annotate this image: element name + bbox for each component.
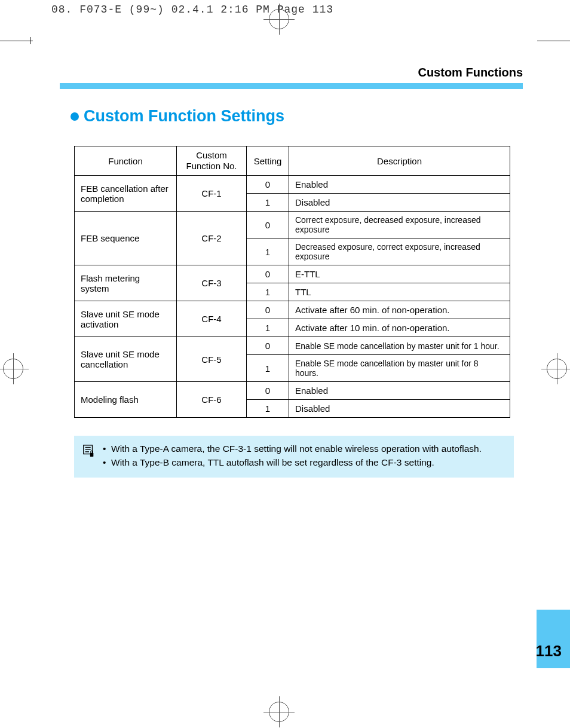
- table-cell-cfno: CF-5: [177, 337, 247, 382]
- note-item: With a Type-B camera, TTL autoflash will…: [103, 457, 503, 469]
- page-number: 113: [536, 642, 562, 660]
- crop-mark: [30, 37, 30, 44]
- note-item: With a Type-A camera, the CF-3-1 setting…: [103, 443, 503, 455]
- registration-mark-icon: [547, 359, 567, 379]
- registration-mark-icon: [269, 702, 289, 722]
- table-cell-cfno: CF-2: [177, 212, 247, 265]
- col-setting: Setting: [247, 146, 289, 176]
- table-cell-setting: 1: [247, 400, 289, 418]
- table-cell-setting: 0: [247, 382, 289, 400]
- table-cell-setting: 0: [247, 265, 289, 283]
- crop-mark: [537, 41, 570, 41]
- page-title: Custom Function Settings: [71, 107, 523, 126]
- table-cell-function: FEB cancellation after completion: [75, 176, 177, 212]
- table-cell-function: Modeling flash: [75, 382, 177, 418]
- table-cell-description: Correct exposure, decreased exposure, in…: [289, 212, 510, 238]
- prepress-header: 08. F073-E (99~) 02.4.1 2:16 PM Page 113: [51, 4, 333, 16]
- table-cell-description: Enable SE mode cancellation by master un…: [289, 337, 510, 355]
- table-cell-description: TTL: [289, 283, 510, 301]
- table-cell-function: FEB sequence: [75, 212, 177, 265]
- table-cell-cfno: CF-6: [177, 382, 247, 418]
- table-cell-setting: 1: [247, 238, 289, 265]
- registration-mark-icon: [3, 359, 23, 379]
- table-cell-description: Activate after 60 min. of non-operation.: [289, 301, 510, 319]
- table-cell-setting: 1: [247, 355, 289, 382]
- table-cell-function: Slave unit SE mode cancellation: [75, 337, 177, 382]
- note-icon: [82, 444, 97, 470]
- col-cfno: Custom Function No.: [177, 146, 247, 176]
- table-cell-setting: 1: [247, 319, 289, 337]
- page-content: Custom Functions Custom Function Setting…: [60, 66, 523, 478]
- table-cell-setting: 1: [247, 194, 289, 212]
- table-cell-description: Enabled: [289, 176, 510, 194]
- table-cell-cfno: CF-3: [177, 265, 247, 301]
- table-cell-description: Enable SE mode cancellation by master un…: [289, 355, 510, 382]
- section-header: Custom Functions: [60, 66, 523, 83]
- table-cell-description: Disabled: [289, 194, 510, 212]
- table-cell-description: Activate after 10 min. of non-operation.: [289, 319, 510, 337]
- bullet-icon: [71, 112, 79, 121]
- crop-mark: [0, 41, 33, 41]
- table-cell-setting: 0: [247, 337, 289, 355]
- table-cell-description: Disabled: [289, 400, 510, 418]
- custom-function-table: Function Custom Function No. Setting Des…: [74, 146, 510, 418]
- title-text: Custom Function Settings: [84, 107, 284, 125]
- registration-mark-icon: [269, 9, 289, 29]
- table-cell-function: Slave unit SE mode activation: [75, 301, 177, 337]
- table-cell-setting: 0: [247, 176, 289, 194]
- note-list: With a Type-A camera, the CF-3-1 setting…: [103, 443, 503, 470]
- col-description: Description: [289, 146, 510, 176]
- table-cell-cfno: CF-1: [177, 176, 247, 212]
- table-cell-description: Decreased exposure, correct exposure, in…: [289, 238, 510, 265]
- table-cell-cfno: CF-4: [177, 301, 247, 337]
- table-cell-setting: 0: [247, 301, 289, 319]
- divider-bar: [60, 83, 523, 89]
- table-cell-description: E-TTL: [289, 265, 510, 283]
- table-cell-setting: 0: [247, 212, 289, 238]
- svg-rect-4: [90, 453, 94, 457]
- table-cell-function: Flash metering system: [75, 265, 177, 301]
- col-function: Function: [75, 146, 177, 176]
- note-callout: With a Type-A camera, the CF-3-1 setting…: [74, 436, 514, 478]
- table-cell-description: Enabled: [289, 382, 510, 400]
- table-cell-setting: 1: [247, 283, 289, 301]
